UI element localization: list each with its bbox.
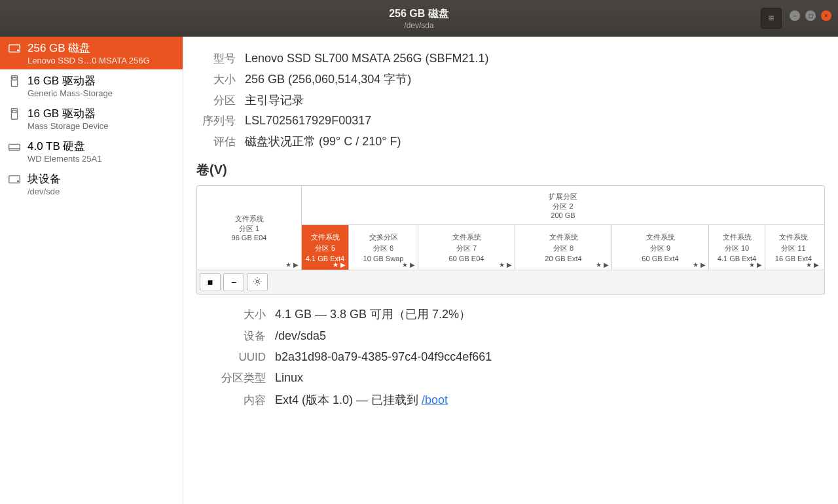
star-play-icon: ★ ▶ — [499, 261, 512, 268]
minimize-button[interactable]: – — [790, 10, 800, 21]
assessment-value: 磁盘状况正常 (99° C / 210° F) — [245, 134, 401, 149]
device-title: 4.0 TB 硬盘 — [27, 139, 177, 154]
mount-link[interactable]: /boot — [422, 393, 448, 406]
stop-icon: ■ — [208, 277, 213, 287]
star-play-icon: ★ ▶ — [333, 261, 346, 268]
hamburger-menu-button[interactable]: ≡ — [761, 8, 782, 29]
star-play-icon: ★ ▶ — [749, 261, 762, 268]
size-value: 256 GB (256,060,514,304 字节) — [245, 71, 411, 87]
drive-icon — [5, 106, 24, 122]
ptype-value: Linux — [275, 371, 303, 385]
device-title: 16 GB 驱动器 — [27, 106, 177, 121]
device-item-3[interactable]: 4.0 TB 硬盘WD Elements 25A1 — [0, 135, 183, 168]
star-play-icon: ★ ▶ — [693, 261, 706, 268]
star-play-icon: ★ ▶ — [285, 261, 299, 268]
logical-partitions-row: 文件系统分区 54.1 GB Ext4★ ▶交换分区分区 610 GB Swap… — [302, 225, 824, 270]
device-subtitle: Lenovo SSD S…0 MSATA 256G — [27, 56, 177, 65]
model-value: Lenovo SSD SL700 MSATA 256G (SBFM21.1) — [245, 52, 489, 65]
serial-label: 序列号 — [196, 113, 236, 128]
volume-actions: ■ − — [196, 270, 825, 295]
maximize-button[interactable]: ◻ — [805, 10, 816, 21]
volume-map: 文件系统 分区 1 96 GB E04 ★ ▶ 扩展分区 分区 2 200 GB… — [196, 185, 825, 270]
drive-icon — [5, 139, 24, 154]
puuid-label: UUID — [196, 351, 266, 364]
size-label: 大小 — [196, 72, 236, 87]
pcontent-label: 内容 — [196, 393, 266, 408]
extended-header[interactable]: 扩展分区 分区 2 200 GB — [302, 186, 824, 225]
hamburger-icon: ≡ — [768, 12, 774, 24]
serial-value: LSL7025617929F00317 — [245, 114, 371, 128]
star-play-icon: ★ ▶ — [402, 261, 415, 268]
parttable-value: 主引导记录 — [245, 92, 304, 108]
logical-partition-9[interactable]: 文件系统分区 960 GB Ext4★ ▶ — [612, 225, 709, 270]
partition-1[interactable]: 文件系统 分区 1 96 GB E04 ★ ▶ — [197, 186, 302, 270]
titlebar: 256 GB 磁盘 /dev/sda ≡ – ◻ × — [0, 0, 838, 37]
device-item-2[interactable]: 16 GB 驱动器Mass Storage Device — [0, 102, 183, 135]
svg-point-10 — [256, 280, 259, 283]
svg-point-9 — [18, 181, 19, 182]
extended-partition: 扩展分区 分区 2 200 GB 文件系统分区 54.1 GB Ext4★ ▶交… — [302, 186, 824, 270]
logical-partition-6[interactable]: 交换分区分区 610 GB Swap★ ▶ — [349, 225, 418, 270]
window-subtitle: /dev/sda — [404, 21, 433, 30]
device-title: 16 GB 驱动器 — [27, 73, 177, 88]
drive-icon — [5, 41, 24, 56]
device-item-0[interactable]: 256 GB 磁盘Lenovo SSD S…0 MSATA 256G — [0, 37, 183, 69]
window-title: 256 GB 磁盘 — [389, 7, 449, 21]
svg-rect-5 — [12, 111, 16, 113]
parttable-label: 分区 — [196, 93, 236, 108]
volumes-heading: 卷(V) — [196, 161, 825, 179]
psize-label: 大小 — [196, 307, 266, 322]
stop-button[interactable]: ■ — [200, 273, 221, 291]
puuid-value: b2a31d98-0a79-4385-97c4-04f9cc4ef661 — [275, 350, 492, 364]
assessment-label: 评估 — [196, 134, 236, 149]
pcontent-value: Ext4 (版本 1.0) — 已挂载到 /boot — [275, 392, 448, 408]
pdevice-label: 设备 — [196, 329, 266, 344]
star-play-icon: ★ ▶ — [806, 261, 819, 268]
partition-details: 大小4.1 GB — 3.8 GB 可用（已用 7.2%） 设备/dev/sda… — [196, 306, 825, 408]
logical-partition-7[interactable]: 文件系统分区 760 GB E04★ ▶ — [418, 225, 515, 270]
star-play-icon: ★ ▶ — [596, 261, 609, 268]
logical-partition-8[interactable]: 文件系统分区 820 GB Ext4★ ▶ — [515, 225, 612, 270]
device-item-4[interactable]: 块设备/dev/sde — [0, 168, 183, 200]
remove-button[interactable]: − — [223, 273, 244, 291]
close-button[interactable]: × — [821, 10, 831, 21]
more-options-button[interactable] — [247, 273, 268, 291]
ptype-label: 分区类型 — [196, 370, 266, 386]
logical-partition-11[interactable]: 文件系统分区 1116 GB Ext4★ ▶ — [765, 225, 822, 270]
device-subtitle: WD Elements 25A1 — [27, 154, 177, 164]
svg-rect-3 — [12, 78, 16, 81]
svg-rect-6 — [9, 144, 20, 150]
device-sidebar: 256 GB 磁盘Lenovo SSD S…0 MSATA 256G16 GB … — [0, 37, 183, 504]
drive-icon — [5, 73, 24, 89]
svg-point-1 — [18, 50, 19, 51]
device-subtitle: Generic Mass-Storage — [27, 88, 177, 98]
window-controls: – ◻ × — [790, 10, 831, 21]
gear-icon — [253, 277, 262, 288]
device-title: 256 GB 磁盘 — [27, 41, 177, 56]
content-pane: 型号Lenovo SSD SL700 MSATA 256G (SBFM21.1)… — [183, 37, 838, 504]
drive-icon — [5, 171, 24, 187]
logical-partition-10[interactable]: 文件系统分区 104.1 GB Ext4★ ▶ — [709, 225, 765, 270]
minus-icon: − — [231, 277, 236, 287]
psize-value: 4.1 GB — 3.8 GB 可用（已用 7.2%） — [275, 306, 471, 322]
device-title: 块设备 — [27, 171, 177, 187]
model-label: 型号 — [196, 51, 236, 66]
device-subtitle: /dev/sde — [27, 187, 177, 196]
pdevice-value: /dev/sda5 — [275, 329, 326, 343]
device-item-1[interactable]: 16 GB 驱动器Generic Mass-Storage — [0, 69, 183, 102]
device-subtitle: Mass Storage Device — [27, 121, 177, 131]
logical-partition-5[interactable]: 文件系统分区 54.1 GB Ext4★ ▶ — [302, 225, 349, 270]
